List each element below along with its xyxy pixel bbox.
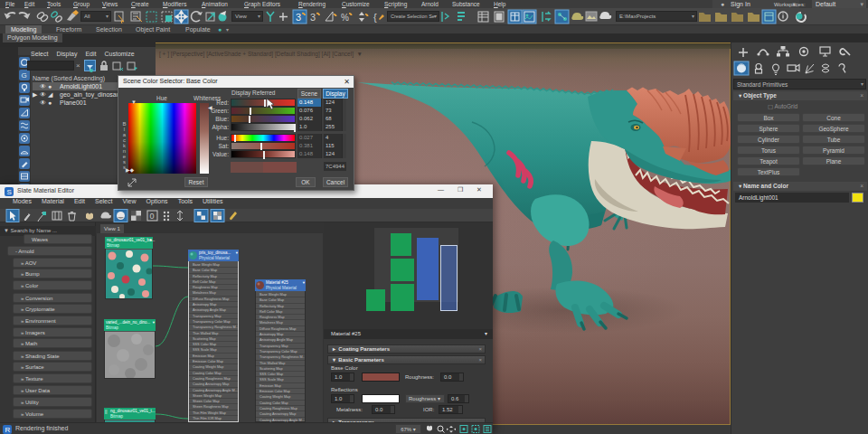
svg-text:3: 3 (296, 12, 301, 23)
svg-text:3: 3 (310, 12, 316, 23)
svg-text:0: 0 (150, 212, 155, 221)
svg-text:{: { (373, 12, 377, 23)
svg-text:G: G (22, 71, 27, 80)
svg-text:R: R (5, 426, 11, 434)
svg-text:S: S (7, 188, 12, 196)
svg-text:%: % (341, 13, 349, 23)
